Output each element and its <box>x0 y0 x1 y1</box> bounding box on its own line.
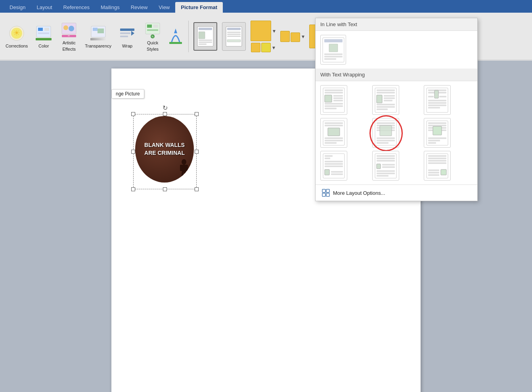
svg-rect-126 <box>377 160 395 162</box>
shape-button-1[interactable]: ▾ <box>251 21 276 41</box>
corrections-icon: ☀ <box>7 24 26 43</box>
svg-rect-68 <box>377 89 395 91</box>
wrap-text-button[interactable]: Wrap <box>115 21 139 52</box>
handle-mid-right[interactable] <box>195 150 199 154</box>
more-layout-icon <box>322 189 330 197</box>
handle-bottom-mid[interactable] <box>163 187 167 191</box>
wrap-square-button[interactable] <box>320 85 347 115</box>
handle-top-mid[interactable] <box>163 112 167 116</box>
rotate-handle[interactable]: ↻ <box>163 104 168 112</box>
artistic-effects-button[interactable]: ✏ Artistic Effects <box>57 19 81 53</box>
quick-styles-label2: Styles <box>147 47 159 52</box>
layout-options-button[interactable] <box>222 22 246 51</box>
wrap-top-bottom-button[interactable] <box>320 118 347 148</box>
svg-rect-48 <box>186 165 188 171</box>
artistic-effects-label1: Artistic <box>63 40 76 46</box>
svg-rect-30 <box>199 32 205 39</box>
svg-rect-35 <box>227 28 241 30</box>
more-layout-options-button[interactable]: More Layout Options... <box>316 185 477 201</box>
handle-top-left[interactable] <box>131 112 135 116</box>
position-layout-button[interactable] <box>193 22 217 51</box>
svg-rect-141 <box>428 174 439 176</box>
svg-rect-119 <box>325 166 343 167</box>
quick-styles-label1: Quick <box>147 40 158 46</box>
inline-text-button[interactable] <box>320 35 346 65</box>
svg-rect-38 <box>227 36 241 37</box>
svg-point-9 <box>63 25 68 30</box>
svg-rect-7 <box>36 38 52 40</box>
quick-styles-button[interactable]: ✎ Quick Styles <box>141 19 165 53</box>
svg-rect-137 <box>428 162 446 164</box>
more-layout-options-label: More Layout Options... <box>333 190 385 196</box>
svg-rect-103 <box>377 142 388 144</box>
svg-text:☀: ☀ <box>13 29 20 37</box>
transparency-button[interactable]: Transparency <box>82 22 114 50</box>
svg-rect-112 <box>428 140 440 141</box>
svg-rect-17 <box>120 29 134 31</box>
svg-rect-118 <box>325 163 343 165</box>
svg-rect-50 <box>184 172 186 178</box>
recolor-button[interactable] <box>166 25 185 48</box>
svg-rect-84 <box>428 100 446 101</box>
tab-review[interactable]: Review <box>125 2 153 13</box>
svg-text:✏: ✏ <box>68 34 70 37</box>
handle-bottom-left[interactable] <box>131 187 135 191</box>
svg-text:✎: ✎ <box>151 35 154 38</box>
svg-rect-106 <box>428 125 446 126</box>
tab-mailings[interactable]: Mailings <box>95 2 125 13</box>
svg-rect-75 <box>377 106 395 108</box>
ribbon-tabs: Design Layout References Mailings Review… <box>0 0 532 13</box>
svg-rect-113 <box>428 142 436 144</box>
handle-mid-left[interactable] <box>131 150 135 154</box>
svg-rect-83 <box>439 96 446 97</box>
tab-design[interactable]: Design <box>4 2 31 13</box>
transparency-icon <box>89 24 108 43</box>
wrap-in-front-button[interactable] <box>424 118 451 148</box>
svg-rect-144 <box>322 193 325 196</box>
svg-rect-46 <box>182 165 186 173</box>
svg-rect-140 <box>428 172 439 173</box>
handle-bottom-right[interactable] <box>195 187 199 191</box>
svg-rect-93 <box>325 140 343 141</box>
svg-rect-31 <box>199 40 212 41</box>
graffiti-image: BLANK WALLS ARE CRIMINAL <box>135 116 194 183</box>
wrap-custom-button[interactable] <box>424 151 451 181</box>
svg-rect-14 <box>93 28 98 31</box>
svg-rect-129 <box>382 166 395 168</box>
shape-button-2[interactable]: ▾ <box>251 43 275 52</box>
tab-references[interactable]: References <box>58 2 95 13</box>
svg-rect-69 <box>377 92 395 93</box>
wrap-position-button[interactable] <box>372 151 399 181</box>
change-picture-button[interactable]: nge Picture <box>111 89 144 99</box>
wrap-through-button[interactable] <box>424 85 451 115</box>
svg-rect-90 <box>325 125 343 126</box>
inline-section <box>316 31 477 69</box>
shape-button-3[interactable]: ▾ <box>280 31 304 42</box>
transparency-label: Transparency <box>85 44 111 49</box>
wrap-behind-text-button[interactable] <box>372 118 399 148</box>
color-button[interactable]: Color <box>32 22 55 50</box>
svg-rect-49 <box>182 172 184 178</box>
corrections-button[interactable]: ☀ Corrections <box>3 22 30 50</box>
wrap-edit-points-button[interactable] <box>320 151 347 181</box>
tab-picture-format[interactable]: Picture Format <box>175 2 223 13</box>
tab-layout[interactable]: Layout <box>31 2 57 13</box>
svg-rect-73 <box>384 100 392 101</box>
svg-marker-27 <box>174 29 177 33</box>
svg-rect-22 <box>153 25 158 28</box>
color-label: Color <box>38 44 49 49</box>
svg-rect-6 <box>38 32 49 34</box>
svg-rect-120 <box>325 169 329 175</box>
svg-rect-54 <box>324 53 343 55</box>
svg-rect-81 <box>434 90 438 98</box>
svg-rect-4 <box>38 28 43 31</box>
wrap-tight-button[interactable] <box>372 85 399 115</box>
handle-top-right[interactable] <box>195 112 199 116</box>
svg-rect-76 <box>377 108 388 110</box>
svg-rect-135 <box>428 158 446 159</box>
svg-rect-85 <box>428 102 446 104</box>
svg-rect-19 <box>120 36 128 37</box>
svg-rect-15 <box>98 29 104 33</box>
tab-view[interactable]: View <box>153 2 175 13</box>
svg-rect-53 <box>329 44 338 52</box>
